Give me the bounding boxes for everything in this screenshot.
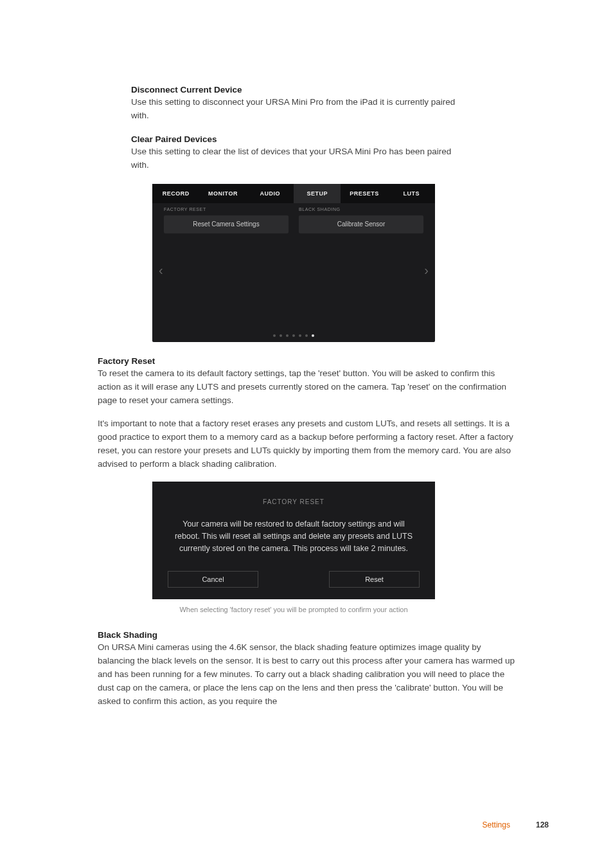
page-dots — [152, 334, 435, 337]
factory-reset-label: FACTORY RESET — [164, 207, 289, 212]
reset-camera-settings-button[interactable]: Reset Camera Settings — [164, 215, 289, 233]
page-dot[interactable] — [280, 334, 282, 337]
factory-reset-p2: It's important to note that a factory re… — [98, 417, 515, 471]
page-dot[interactable] — [312, 334, 314, 337]
factory-reset-p1: To reset the camera to its default facto… — [98, 367, 515, 408]
tab-setup[interactable]: SETUP — [294, 184, 341, 203]
page-dot[interactable] — [286, 334, 289, 337]
dialog-title: FACTORY RESET — [168, 498, 420, 505]
tab-bar: RECORDMONITORAUDIOSETUPPRESETSLUTS — [152, 184, 435, 203]
page-dot[interactable] — [305, 334, 308, 337]
page-dot[interactable] — [292, 334, 295, 337]
tab-luts[interactable]: LUTS — [388, 184, 435, 203]
calibrate-sensor-button[interactable]: Calibrate Sensor — [299, 215, 423, 233]
clear-heading: Clear Paired Devices — [131, 134, 458, 144]
factory-reset-dialog: FACTORY RESET Your camera will be restor… — [152, 482, 435, 599]
reset-button[interactable]: Reset — [329, 571, 420, 588]
black-shading-heading: Black Shading — [98, 630, 515, 640]
tab-presets[interactable]: PRESETS — [341, 184, 387, 203]
page-dot[interactable] — [273, 334, 276, 337]
chevron-right-icon[interactable]: › — [424, 263, 429, 278]
page-footer: Settings 128 — [483, 820, 549, 829]
tab-record[interactable]: RECORD — [152, 184, 199, 203]
cancel-button[interactable]: Cancel — [168, 571, 258, 588]
disconnect-body: Use this setting to disconnect your URSA… — [131, 96, 458, 123]
black-shading-body: On URSA Mini cameras using the 4.6K sens… — [98, 641, 515, 709]
camera-setup-screenshot: RECORDMONITORAUDIOSETUPPRESETSLUTS FACTO… — [152, 184, 435, 342]
dialog-message: Your camera will be restored to default … — [168, 518, 420, 554]
dialog-caption: When selecting 'factory reset' you will … — [152, 606, 435, 613]
footer-page-number: 128 — [536, 820, 549, 829]
tab-monitor[interactable]: MONITOR — [199, 184, 246, 203]
factory-reset-heading: Factory Reset — [98, 356, 515, 366]
chevron-left-icon[interactable]: ‹ — [159, 263, 163, 278]
disconnect-heading: Disconnect Current Device — [131, 85, 458, 95]
footer-section-label: Settings — [483, 820, 510, 829]
tab-audio[interactable]: AUDIO — [247, 184, 294, 203]
clear-body: Use this setting to clear the list of de… — [131, 145, 458, 172]
page-dot[interactable] — [299, 334, 301, 337]
black-shading-label: BLACK SHADING — [299, 207, 423, 212]
